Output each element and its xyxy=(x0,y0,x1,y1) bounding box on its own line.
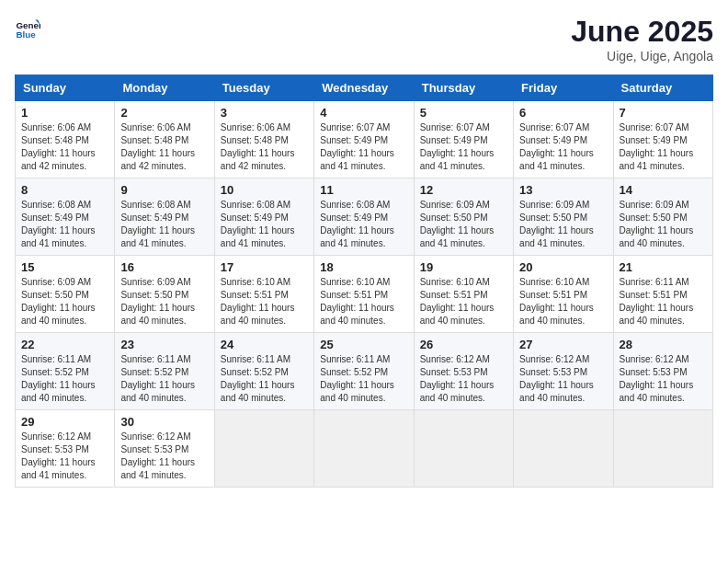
day-number: 25 xyxy=(320,338,407,351)
day-number: 8 xyxy=(21,183,108,197)
day-number: 3 xyxy=(221,106,308,120)
calendar-week-row: 29 Sunrise: 6:12 AMSunset: 5:53 PMDaylig… xyxy=(16,410,713,488)
day-info: Sunrise: 6:08 AMSunset: 5:49 PMDaylight:… xyxy=(120,200,195,248)
calendar-cell: 10 Sunrise: 6:08 AMSunset: 5:49 PMDaylig… xyxy=(214,178,313,256)
day-number: 12 xyxy=(420,183,507,197)
calendar-cell: 5 Sunrise: 6:07 AMSunset: 5:49 PMDayligh… xyxy=(414,101,513,178)
calendar-cell: 6 Sunrise: 6:07 AMSunset: 5:49 PMDayligh… xyxy=(514,101,613,178)
day-info: Sunrise: 6:09 AMSunset: 5:50 PMDaylight:… xyxy=(120,277,195,326)
calendar-cell xyxy=(414,410,513,488)
day-number: 16 xyxy=(120,260,208,274)
weekday-header-wednesday: Wednesday xyxy=(314,75,414,101)
day-number: 18 xyxy=(320,260,407,274)
calendar-cell: 29 Sunrise: 6:12 AMSunset: 5:53 PMDaylig… xyxy=(16,410,115,488)
calendar-cell: 1 Sunrise: 6:06 AMSunset: 5:48 PMDayligh… xyxy=(16,101,115,178)
day-info: Sunrise: 6:11 AMSunset: 5:52 PMDaylight:… xyxy=(320,354,394,403)
day-info: Sunrise: 6:12 AMSunset: 5:53 PMDaylight:… xyxy=(120,431,195,480)
calendar-cell: 25 Sunrise: 6:11 AMSunset: 5:52 PMDaylig… xyxy=(314,333,414,410)
day-number: 15 xyxy=(21,260,108,274)
calendar-cell: 20 Sunrise: 6:10 AMSunset: 5:51 PMDaylig… xyxy=(514,256,613,333)
location-title: Uige, Uige, Angola xyxy=(571,49,713,63)
weekday-header-row: SundayMondayTuesdayWednesdayThursdayFrid… xyxy=(16,75,713,101)
day-info: Sunrise: 6:09 AMSunset: 5:50 PMDaylight:… xyxy=(21,277,96,326)
calendar-cell: 2 Sunrise: 6:06 AMSunset: 5:48 PMDayligh… xyxy=(115,101,214,178)
calendar-week-row: 15 Sunrise: 6:09 AMSunset: 5:50 PMDaylig… xyxy=(16,256,713,333)
day-number: 2 xyxy=(120,106,208,120)
calendar-cell: 7 Sunrise: 6:07 AMSunset: 5:49 PMDayligh… xyxy=(613,101,712,178)
day-number: 28 xyxy=(620,338,707,351)
day-info: Sunrise: 6:12 AMSunset: 5:53 PMDaylight:… xyxy=(519,354,594,403)
calendar-cell: 13 Sunrise: 6:09 AMSunset: 5:50 PMDaylig… xyxy=(514,178,613,256)
day-number: 26 xyxy=(420,338,507,351)
calendar-cell: 30 Sunrise: 6:12 AMSunset: 5:53 PMDaylig… xyxy=(115,410,214,488)
calendar-cell: 9 Sunrise: 6:08 AMSunset: 5:49 PMDayligh… xyxy=(115,178,214,256)
day-number: 4 xyxy=(320,106,407,120)
calendar-cell: 16 Sunrise: 6:09 AMSunset: 5:50 PMDaylig… xyxy=(115,256,214,333)
day-info: Sunrise: 6:12 AMSunset: 5:53 PMDaylight:… xyxy=(21,431,96,480)
weekday-header-monday: Monday xyxy=(115,75,214,101)
calendar-cell: 27 Sunrise: 6:12 AMSunset: 5:53 PMDaylig… xyxy=(514,333,613,410)
weekday-header-thursday: Thursday xyxy=(414,75,513,101)
day-info: Sunrise: 6:12 AMSunset: 5:53 PMDaylight:… xyxy=(620,354,694,403)
calendar-cell: 28 Sunrise: 6:12 AMSunset: 5:53 PMDaylig… xyxy=(613,333,712,410)
calendar-cell: 22 Sunrise: 6:11 AMSunset: 5:52 PMDaylig… xyxy=(16,333,115,410)
day-number: 19 xyxy=(420,260,507,274)
day-number: 24 xyxy=(221,338,308,351)
day-number: 5 xyxy=(420,106,507,120)
day-number: 21 xyxy=(620,260,707,274)
day-info: Sunrise: 6:07 AMSunset: 5:49 PMDaylight:… xyxy=(519,122,594,171)
calendar-cell: 8 Sunrise: 6:08 AMSunset: 5:49 PMDayligh… xyxy=(16,178,115,256)
day-info: Sunrise: 6:08 AMSunset: 5:49 PMDaylight:… xyxy=(21,200,96,248)
day-number: 13 xyxy=(519,183,607,197)
calendar-week-row: 22 Sunrise: 6:11 AMSunset: 5:52 PMDaylig… xyxy=(16,333,713,410)
calendar-table: SundayMondayTuesdayWednesdayThursdayFrid… xyxy=(15,75,713,488)
day-number: 20 xyxy=(519,260,607,274)
title-area: June 2025 Uige, Uige, Angola xyxy=(571,15,713,63)
day-info: Sunrise: 6:09 AMSunset: 5:50 PMDaylight:… xyxy=(519,200,594,248)
calendar-cell: 21 Sunrise: 6:11 AMSunset: 5:51 PMDaylig… xyxy=(613,256,712,333)
day-info: Sunrise: 6:11 AMSunset: 5:52 PMDaylight:… xyxy=(221,354,295,403)
day-info: Sunrise: 6:10 AMSunset: 5:51 PMDaylight:… xyxy=(420,277,495,326)
weekday-header-sunday: Sunday xyxy=(16,75,115,101)
day-number: 22 xyxy=(21,338,108,351)
month-title: June 2025 xyxy=(571,15,713,49)
calendar-cell: 3 Sunrise: 6:06 AMSunset: 5:48 PMDayligh… xyxy=(214,101,313,178)
page-header: General Blue June 2025 Uige, Uige, Angol… xyxy=(15,15,713,63)
day-number: 17 xyxy=(221,260,308,274)
calendar-cell: 4 Sunrise: 6:07 AMSunset: 5:49 PMDayligh… xyxy=(314,101,414,178)
calendar-cell: 14 Sunrise: 6:09 AMSunset: 5:50 PMDaylig… xyxy=(613,178,712,256)
day-number: 11 xyxy=(320,183,407,197)
day-number: 7 xyxy=(620,106,707,120)
calendar-cell: 26 Sunrise: 6:12 AMSunset: 5:53 PMDaylig… xyxy=(414,333,513,410)
day-info: Sunrise: 6:10 AMSunset: 5:51 PMDaylight:… xyxy=(519,277,594,326)
day-info: Sunrise: 6:07 AMSunset: 5:49 PMDaylight:… xyxy=(620,122,694,171)
day-info: Sunrise: 6:10 AMSunset: 5:51 PMDaylight:… xyxy=(221,277,295,326)
day-info: Sunrise: 6:06 AMSunset: 5:48 PMDaylight:… xyxy=(120,122,195,171)
calendar-cell: 23 Sunrise: 6:11 AMSunset: 5:52 PMDaylig… xyxy=(115,333,214,410)
day-info: Sunrise: 6:12 AMSunset: 5:53 PMDaylight:… xyxy=(420,354,495,403)
day-number: 1 xyxy=(21,106,108,120)
calendar-cell: 12 Sunrise: 6:09 AMSunset: 5:50 PMDaylig… xyxy=(414,178,513,256)
day-number: 23 xyxy=(120,338,208,351)
calendar-cell: 15 Sunrise: 6:09 AMSunset: 5:50 PMDaylig… xyxy=(16,256,115,333)
calendar-cell: 24 Sunrise: 6:11 AMSunset: 5:52 PMDaylig… xyxy=(214,333,313,410)
logo: General Blue xyxy=(15,15,40,40)
day-info: Sunrise: 6:06 AMSunset: 5:48 PMDaylight:… xyxy=(21,122,96,171)
day-info: Sunrise: 6:08 AMSunset: 5:49 PMDaylight:… xyxy=(221,200,295,248)
weekday-header-friday: Friday xyxy=(514,75,613,101)
day-info: Sunrise: 6:09 AMSunset: 5:50 PMDaylight:… xyxy=(620,200,694,248)
calendar-cell xyxy=(613,410,712,488)
day-info: Sunrise: 6:06 AMSunset: 5:48 PMDaylight:… xyxy=(221,122,295,171)
day-number: 30 xyxy=(120,415,208,429)
day-number: 27 xyxy=(519,338,607,351)
svg-text:Blue: Blue xyxy=(16,29,36,40)
logo-icon: General Blue xyxy=(15,15,40,40)
calendar-cell: 18 Sunrise: 6:10 AMSunset: 5:51 PMDaylig… xyxy=(314,256,414,333)
day-info: Sunrise: 6:10 AMSunset: 5:51 PMDaylight:… xyxy=(320,277,394,326)
day-info: Sunrise: 6:07 AMSunset: 5:49 PMDaylight:… xyxy=(320,122,394,171)
calendar-week-row: 8 Sunrise: 6:08 AMSunset: 5:49 PMDayligh… xyxy=(16,178,713,256)
calendar-cell xyxy=(314,410,414,488)
weekday-header-saturday: Saturday xyxy=(613,75,712,101)
day-number: 14 xyxy=(620,183,707,197)
day-number: 6 xyxy=(519,106,607,120)
